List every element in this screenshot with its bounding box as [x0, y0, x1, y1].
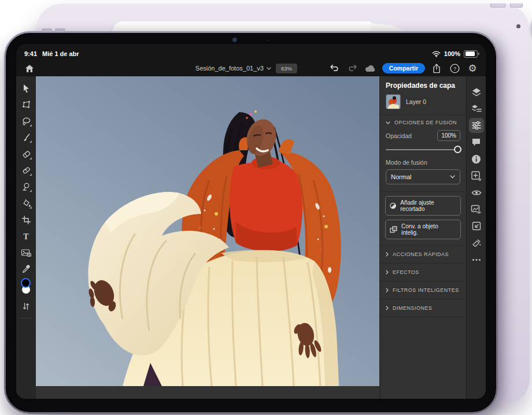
home-icon[interactable]	[23, 62, 36, 75]
tool-bar: T	[16, 76, 36, 399]
foreground-color-chip[interactable]	[21, 278, 31, 288]
status-date: Mié 1 de abr	[42, 50, 79, 57]
eraser-tool[interactable]	[19, 147, 34, 162]
panel-title: Propiedades de capa	[380, 76, 466, 92]
compact-layers-icon[interactable]	[469, 101, 484, 116]
blend-mode-label: Modo de fusión	[386, 159, 427, 166]
more-options-icon[interactable]	[469, 252, 484, 267]
layers-panel-icon[interactable]	[469, 84, 484, 99]
volume-button	[42, 28, 52, 32]
color-chips[interactable]	[19, 278, 34, 298]
undo-icon[interactable]	[328, 62, 341, 75]
svg-text:T: T	[23, 232, 29, 241]
document-title: Sesión_de_fotos_01_v3	[195, 65, 264, 72]
device-mockup: 9:41 Mié 1 de abr 100%	[0, 0, 532, 415]
swap-colors[interactable]	[19, 299, 34, 314]
layer-action-buttons: Añadir ajuste recortado Conv. a objeto i…	[380, 192, 466, 246]
canvas-area[interactable]	[36, 76, 379, 399]
chevron-down-icon	[386, 121, 390, 124]
transform-tool[interactable]	[19, 97, 34, 112]
task-bar	[466, 76, 486, 399]
front-camera	[232, 38, 237, 42]
document-photo[interactable]	[36, 76, 379, 386]
front-sensor	[267, 39, 269, 41]
blend-options-label: OPCIONES DE FUSIÓN	[394, 120, 457, 125]
layer-thumbnail	[386, 94, 401, 109]
help-icon[interactable]: ?	[448, 62, 461, 75]
volume-button	[55, 28, 65, 32]
tool-variant-indicator	[29, 124, 32, 127]
section-label: FILTROS INTELIGENTES	[393, 287, 459, 293]
opacity-value-field[interactable]: 100%	[437, 130, 460, 141]
add-clipped-adjustment-button[interactable]: Añadir ajuste recortado	[385, 196, 461, 216]
add-clipped-adjustment-label: Añadir ajuste recortado	[400, 199, 456, 212]
clone-stamp-tool[interactable]	[19, 179, 34, 194]
section-smart-filters[interactable]: FILTROS INTELIGENTES	[380, 281, 466, 299]
healing-tool[interactable]	[19, 163, 34, 178]
layer-name: Layer 0	[406, 98, 426, 105]
section-quick-actions[interactable]: ACCIONES RÁPIDAS	[380, 246, 466, 264]
layer-row[interactable]: Layer 0	[380, 92, 466, 115]
front-ipad: 9:41 Mié 1 de abr 100%	[4, 31, 498, 414]
blend-mode-value: Normal	[391, 173, 411, 180]
wifi-icon	[432, 50, 441, 57]
rear-mic-dot	[516, 24, 520, 28]
photoshop-app: 9:41 Mié 1 de abr 100%	[16, 44, 486, 399]
chevron-right-icon	[386, 252, 389, 257]
move-tool[interactable]	[19, 81, 34, 96]
opacity-slider-knob[interactable]	[454, 146, 461, 153]
layer-properties-panel: Propiedades de capa Layer 0 OPCIONES	[379, 76, 466, 399]
redo-icon[interactable]	[346, 62, 359, 75]
convert-smart-object-button[interactable]: Conv. a objeto intelig.	[385, 220, 461, 239]
add-layer-icon[interactable]	[469, 168, 484, 183]
share-button[interactable]: Compartir	[382, 63, 425, 74]
crop-tool[interactable]	[19, 212, 34, 227]
ipados-status-bar: 9:41 Mié 1 de abr 100%	[16, 44, 486, 60]
section-dimensions[interactable]: DIMENSIONES	[380, 299, 466, 317]
workspace: T	[16, 76, 486, 399]
section-label: ACCIONES RÁPIDAS	[393, 251, 449, 257]
lasso-tool[interactable]	[19, 114, 34, 129]
type-tool[interactable]: T	[19, 229, 34, 244]
toolbar-divider	[21, 318, 31, 318]
layer-properties-icon[interactable]	[469, 118, 484, 133]
tool-variant-indicator	[29, 140, 32, 143]
chevron-down-icon	[450, 175, 455, 179]
blend-options-header[interactable]: OPCIONES DE FUSIÓN	[380, 115, 466, 128]
fill-tool[interactable]	[19, 196, 34, 211]
opacity-control: Opacidad 100%	[380, 128, 466, 155]
section-label: EFECTOS	[393, 269, 419, 275]
place-photo-tool[interactable]	[19, 245, 34, 260]
section-effects[interactable]: EFECTOS	[380, 264, 466, 281]
settings-gear-icon[interactable]: ⚙	[466, 62, 479, 75]
tool-variant-indicator	[29, 206, 32, 209]
eyedropper-tool[interactable]	[19, 261, 34, 276]
brush-tool[interactable]	[19, 130, 34, 145]
section-label: DIMENSIONES	[393, 305, 433, 311]
comments-icon[interactable]	[469, 135, 484, 150]
battery-percent: 100%	[444, 50, 460, 57]
blend-mode-dropdown[interactable]: Normal	[386, 169, 460, 184]
visibility-eye-icon[interactable]	[469, 185, 484, 200]
cloud-sync-icon[interactable]	[364, 62, 377, 75]
document-info-icon[interactable]	[469, 151, 484, 166]
place-import-icon[interactable]	[469, 218, 484, 234]
smart-object-icon	[390, 226, 397, 233]
svg-text:?: ?	[453, 66, 456, 72]
app-header: Sesión_de_fotos_01_v3 63%	[16, 60, 486, 76]
adjustment-icon	[390, 202, 396, 209]
front-bezel: 9:41 Mié 1 de abr 100%	[6, 33, 496, 412]
export-icon[interactable]	[430, 62, 443, 75]
chevron-down-icon	[267, 67, 271, 70]
clean-brush-icon[interactable]	[469, 235, 484, 250]
chevron-right-icon	[386, 270, 389, 275]
document-title-menu[interactable]: Sesión_de_fotos_01_v3	[195, 65, 271, 72]
blend-mode-control: Modo de fusión Normal	[380, 155, 466, 192]
image-preview-icon[interactable]	[469, 202, 484, 217]
zoom-level-badge[interactable]: 63%	[276, 64, 297, 73]
convert-smart-object-label: Conv. a objeto intelig.	[401, 223, 456, 236]
back-ipad-top-button	[490, 3, 505, 8]
opacity-slider[interactable]	[386, 145, 460, 154]
tool-variant-indicator	[29, 173, 32, 176]
battery-icon	[464, 50, 478, 58]
